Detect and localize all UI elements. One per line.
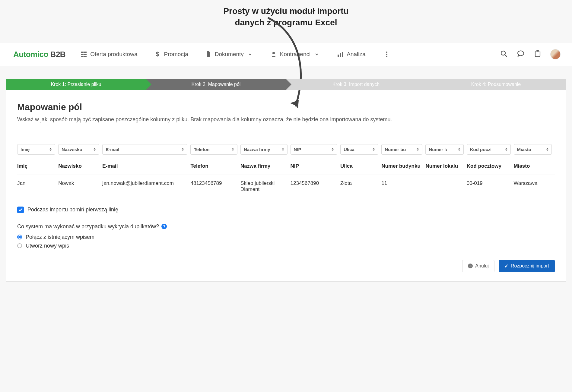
step-2[interactable]: Krok 2: Mapowanie pól — [146, 79, 286, 90]
map-select-miasto[interactable]: Miasto — [514, 144, 552, 155]
map-select-nip-label: NIP — [294, 147, 301, 152]
step-4: Krok 4: Podsumowanie — [426, 79, 566, 90]
col-header-kod: Kod pocztowy — [467, 158, 514, 175]
map-select-nazwisko[interactable]: Nazwisko — [58, 144, 99, 155]
more-menu-button[interactable] — [383, 50, 391, 58]
map-select-ulica-label: Ulica — [344, 147, 354, 152]
map-select-kod-label: Kod pocztowy — [470, 147, 491, 152]
map-select-email-label: E-mail — [106, 147, 119, 152]
sort-caret-icon — [332, 148, 334, 151]
page-title: Mapowanie pól — [17, 102, 555, 112]
cell-firma: Sklep jubilerski Diament — [240, 175, 291, 198]
marketing-annotation: Prosty w użyciu moduł importu danych z p… — [0, 0, 572, 28]
cell-nip: 1234567890 — [291, 175, 341, 198]
nav-analiza-label: Analiza — [347, 51, 365, 58]
mapping-table: Imię Nazwisko E-mail Telefon Nazwa firmy… — [17, 140, 555, 198]
map-select-ulica[interactable]: Ulica — [340, 144, 378, 155]
step-1[interactable]: Krok 1: Przesłanie pliku — [6, 79, 146, 90]
skip-first-line-checkbox[interactable] — [17, 207, 24, 213]
map-select-telefon[interactable]: Telefon — [190, 144, 237, 155]
duplicates-question: Co system ma wykonać w przypadku wykryci… — [17, 223, 555, 230]
clipboard-button[interactable] — [533, 50, 542, 58]
step-3: Krok 3: Import danych — [286, 79, 426, 90]
svg-point-12 — [386, 54, 387, 55]
bars-icon — [337, 51, 344, 58]
svg-rect-8 — [338, 55, 339, 57]
table-row: Jan Nowak jan.nowak@jubilerdiament.com 4… — [17, 175, 555, 198]
sort-caret-icon — [182, 148, 184, 151]
search-button[interactable] — [500, 50, 508, 58]
svg-rect-17 — [536, 50, 539, 52]
col-header-telefon: Telefon — [190, 158, 240, 175]
table-header-row: Imię Nazwisko E-mail Telefon Nazwa firmy… — [17, 158, 555, 175]
step-3-label: Krok 3: Import danych — [332, 82, 380, 87]
step-1-label: Krok 1: Przesłanie pliku — [51, 82, 101, 87]
nav-promocja-label: Promocja — [164, 51, 188, 58]
skip-first-line-label: Podczas importu pomiń pierwszą linię — [27, 207, 118, 213]
svg-rect-1 — [81, 54, 84, 55]
chevron-down-icon — [313, 51, 320, 58]
annotation-line1: Prosty w użyciu moduł importu — [0, 5, 572, 17]
map-select-firma[interactable]: Nazwa firmy — [240, 144, 288, 155]
skip-first-line-option: Podczas importu pomiń pierwszą linię — [17, 207, 555, 213]
radio-new-label: Utwórz nowy wpis — [26, 243, 69, 249]
col-header-lokal: Numer lokalu — [425, 158, 466, 175]
sort-caret-icon — [94, 148, 96, 151]
nav-dokumenty[interactable]: Dokumenty — [205, 51, 253, 58]
chat-button[interactable] — [516, 50, 525, 58]
logo-part1: Automico — [13, 50, 48, 59]
cell-miasto: Warszawa — [514, 175, 555, 198]
close-icon: ✕ — [468, 264, 473, 268]
cell-email: jan.nowak@jubilerdiament.com — [102, 175, 190, 198]
sort-caret-icon — [232, 148, 234, 151]
annotation-line2: danych z programu Excel — [0, 17, 572, 28]
svg-rect-0 — [81, 52, 84, 53]
nav-kontrahenci-label: Kontrahenci — [280, 51, 310, 58]
map-select-firma-label: Nazwa firmy — [244, 147, 270, 152]
help-icon[interactable]: ? — [161, 224, 167, 229]
import-stepper: Krok 1: Przesłanie pliku Krok 2: Mapowan… — [6, 79, 566, 90]
search-icon — [500, 50, 507, 58]
map-select-lokal-label: Numer lokalu — [429, 147, 447, 152]
map-select-email[interactable]: E-mail — [102, 144, 187, 155]
chat-icon — [517, 50, 524, 58]
step-4-label: Krok 4: Podsumowanie — [471, 82, 521, 87]
duplicates-question-text: Co system ma wykonać w przypadku wykryci… — [17, 223, 159, 230]
radio-merge[interactable] — [17, 235, 22, 239]
start-import-button[interactable]: ✓ Rozpocznij import — [499, 260, 555, 272]
svg-rect-5 — [84, 56, 87, 57]
nav-oferta[interactable]: Oferta produktowa — [81, 51, 137, 58]
clipboard-icon — [535, 50, 541, 58]
top-navbar: Automico B2B Oferta produktowa $ Promocj… — [0, 43, 572, 66]
app-logo: Automico B2B — [13, 50, 65, 59]
svg-text:$: $ — [156, 51, 159, 57]
cell-telefon: 48123456789 — [190, 175, 240, 198]
col-header-miasto: Miasto — [514, 158, 555, 175]
nav-promocja[interactable]: $ Promocja — [154, 51, 188, 58]
cancel-button-label: Anuluj — [475, 263, 488, 269]
person-icon — [270, 51, 277, 58]
map-select-kod[interactable]: Kod pocztowy — [467, 144, 511, 155]
map-select-imie[interactable]: Imię — [17, 144, 55, 155]
col-header-email: E-mail — [102, 158, 190, 175]
cell-budynek: 11 — [381, 175, 425, 198]
map-select-nip[interactable]: NIP — [291, 144, 338, 155]
document-icon — [205, 51, 212, 58]
svg-rect-16 — [535, 51, 540, 57]
svg-rect-2 — [81, 56, 84, 57]
map-select-lokal[interactable]: Numer lokalu — [425, 144, 463, 155]
svg-point-11 — [386, 52, 387, 53]
cell-imie: Jan — [17, 175, 58, 198]
cancel-button[interactable]: ✕ Anuluj — [462, 260, 494, 272]
sort-caret-icon — [417, 148, 419, 151]
nav-kontrahenci[interactable]: Kontrahenci — [270, 51, 320, 58]
map-select-budynek[interactable]: Numer budynku — [381, 144, 422, 155]
user-avatar[interactable] — [550, 49, 561, 59]
logo-part2: B2B — [48, 50, 65, 59]
chevron-down-icon — [247, 51, 253, 58]
nav-analiza[interactable]: Analiza — [337, 51, 365, 58]
action-buttons: ✕ Anuluj ✓ Rozpocznij import — [17, 260, 555, 272]
grid-icon — [81, 51, 87, 58]
sort-caret-icon — [546, 148, 548, 151]
radio-new[interactable] — [17, 243, 22, 248]
